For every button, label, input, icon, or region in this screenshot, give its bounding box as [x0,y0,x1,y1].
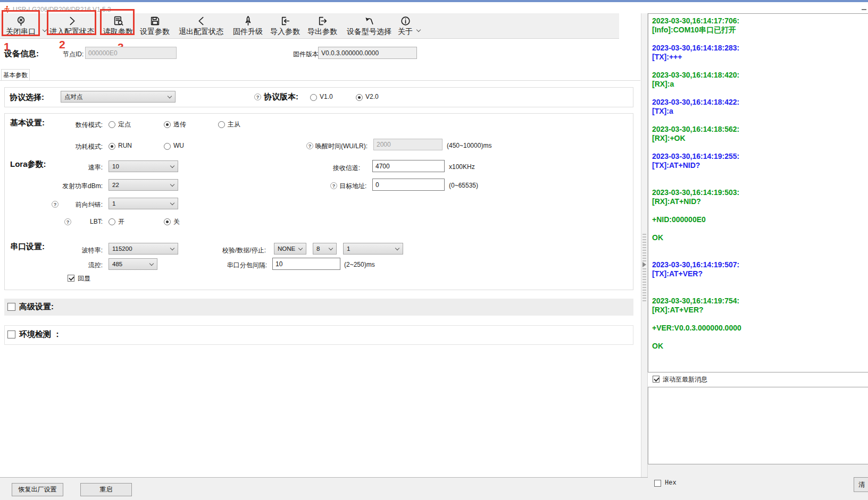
toolbar-button-4[interactable]: 设置参数 [140,15,170,37]
tx-power-dropdown[interactable]: 22 [108,179,178,191]
log-blank-line [652,35,868,44]
toolbar-button-label: 导出参数 [307,27,337,37]
baud-dropdown[interactable]: 115200 [108,243,178,255]
chevron-down-icon [170,201,174,205]
firmware-version-field[interactable] [318,47,417,59]
target-addr-field[interactable] [372,179,445,191]
radio-power-wu[interactable] [164,143,171,150]
radio-protocol-v1[interactable] [310,94,317,101]
log-line: [RX]:+OK [652,134,868,143]
chevron-down-icon [170,246,174,250]
protocol-version-help-icon[interactable]: ? [254,94,261,100]
undo-arrow-icon [364,15,375,27]
restore-factory-button[interactable]: 恢复出厂设置 [12,483,63,496]
panel-splitter[interactable] [641,13,648,477]
radio-protocol-v2[interactable] [356,94,363,101]
chevron-down-icon [298,246,303,250]
log-line: 2023-03-30,16:14:19:503: [652,188,868,197]
toolbar-button-6[interactable]: 固件升级 [233,15,263,37]
databits-dropdown[interactable]: 8 [313,243,337,255]
protocol-select-label: 协议选择: [10,92,44,103]
log-blank-line [652,333,868,342]
log-line: [TX]:+++ [652,53,868,62]
log-blank-line [652,224,868,233]
toolbar-button-5[interactable]: 退出配置状态 [179,15,223,37]
log-line: +VER:V0.0.3.000000.0000 [652,324,868,333]
log-line: [Info]:COM10串口已打开 [652,26,868,35]
log-blank-line [652,242,868,251]
toolbar-button-9[interactable]: 设备型号选择 [347,15,391,37]
clear-button[interactable]: 清 [854,477,868,492]
radio-protocol-v1-label: V1.0 [320,93,333,100]
log-line: [TX]:AT+VER? [652,269,868,278]
log-blank-line [652,89,868,98]
chevron-down-icon [395,246,399,250]
packet-interval-label: 串口分包间隔: [223,261,267,270]
target-addr-help-icon[interactable]: ? [330,182,337,189]
toolbar-dropdown-caret-icon[interactable] [43,24,47,28]
lbt-help-icon[interactable]: ? [64,218,71,225]
fec-label: 前向纠错: [61,200,103,209]
rx-channel-label: 接收信道: [298,164,360,173]
echo-checkbox[interactable] [68,275,74,282]
radio-mode-fixed-label: 定点 [118,120,131,129]
radio-lbt-on[interactable] [108,218,115,225]
radio-lbt-off[interactable] [164,218,171,225]
chevron-down-icon [170,164,174,168]
fec-help-icon[interactable]: ? [52,201,59,208]
advanced-settings-checkbox[interactable] [7,303,15,311]
log-line: [RX]:AT+VER? [652,306,868,315]
toolbar-dropdown-caret-icon[interactable] [417,24,421,28]
wake-time-help-icon[interactable]: ? [306,142,313,149]
splitter-collapse-arrow-icon[interactable] [642,262,646,267]
app-window: USR-LG206/DR206/DR216 V1.5.3 关闭串口进入配置状态读… [0,0,868,500]
save-icon [149,15,161,27]
baud-label: 波特率: [32,246,103,255]
radio-power-run[interactable] [108,143,115,150]
wake-time-field[interactable] [373,139,443,150]
log-blank-line [652,62,868,71]
radio-lbt-on-label: 开 [118,217,124,226]
rate-dropdown[interactable]: 10 [108,160,178,172]
log-blank-line [652,143,868,152]
tab-underline [0,80,640,81]
log-blank-line [652,179,868,188]
radio-lbt-off-label: 关 [173,217,180,226]
log-output-area[interactable]: 2023-03-30,16:14:17:706:[Info]:COM10串口已打… [648,13,868,372]
chevron-left-icon [196,15,207,27]
power-mode-label: 功耗模式: [32,142,103,151]
node-id-field[interactable] [85,47,177,59]
rocket-icon [243,15,254,27]
parity-dropdown[interactable]: NONE [274,243,306,255]
chevron-down-icon [329,246,333,250]
minimize-button[interactable] [862,9,866,10]
radio-mode-transparent[interactable] [164,121,171,128]
log-blank-line [652,278,868,287]
scroll-latest-checkbox[interactable] [653,376,660,383]
packet-interval-field[interactable] [272,258,340,270]
flow-control-dropdown[interactable]: 485 [108,258,157,270]
toolbar-button-7[interactable]: 导入参数 [270,15,300,37]
hex-checkbox[interactable] [654,480,661,487]
env-detect-checkbox[interactable] [7,330,15,338]
toolbar-button-10[interactable]: 关于 [398,15,413,37]
splitter-grip [642,234,646,303]
rx-channel-field[interactable] [372,160,445,172]
send-input-area[interactable] [648,387,868,464]
advanced-settings-band [4,299,633,316]
radio-mode-fixed[interactable] [108,121,115,128]
restart-button[interactable]: 重启 [80,483,132,496]
protocol-select-dropdown[interactable]: 点对点 [61,91,176,103]
echo-label: 回显 [78,274,90,283]
stopbits-dropdown[interactable]: 1 [343,243,403,255]
log-line: 2023-03-30,16:14:18:422: [652,98,868,107]
toolbar-button-8[interactable]: 导出参数 [307,15,337,37]
fec-dropdown[interactable]: 1 [108,198,178,209]
protocol-version-label: 协议版本: [264,92,298,102]
tab-basic-params[interactable]: 基本参数 [1,69,30,81]
wake-time-hint: (450~10000)ms [447,142,491,149]
env-detect-box [4,325,633,345]
toolbar-button-label: 设置参数 [140,27,170,37]
radio-mode-masterslave[interactable] [218,121,225,128]
export-icon [317,15,328,27]
